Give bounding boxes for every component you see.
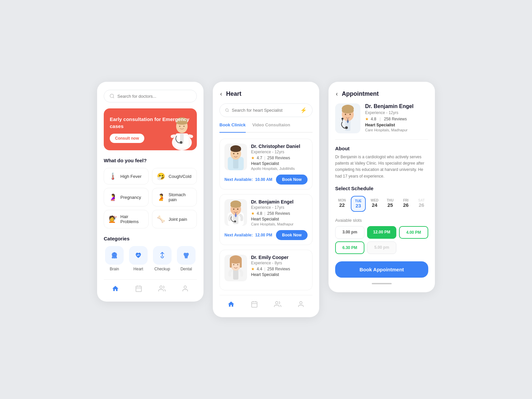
star-icon-1: ★ — [251, 156, 255, 160]
nav2-profile[interactable] — [295, 299, 307, 309]
appt-star-icon: ★ — [365, 117, 369, 121]
svg-point-18 — [160, 286, 162, 288]
slot-1200pm[interactable]: 12.00 PM — [367, 226, 396, 239]
svg-point-44 — [230, 259, 241, 264]
joint-icon: 🦴 — [157, 215, 165, 223]
doctor2-availability: Next Available: 12.00 PM — [224, 233, 272, 237]
search-input[interactable] — [117, 94, 191, 99]
search-icon-2 — [225, 108, 229, 113]
category-brain[interactable]: Brain — [104, 246, 125, 271]
emergency-banner: Early consultation for Emergency cases C… — [104, 108, 197, 150]
about-section: About Dr Benjamin is a cardiologist who … — [335, 146, 428, 180]
screen2-title: Heart — [226, 90, 241, 97]
categories-section-title: Categories — [104, 236, 197, 241]
svg-point-35 — [233, 208, 234, 210]
symptom-hair-problems[interactable]: 💇 Hair Problems — [104, 210, 149, 228]
brain-label: Brain — [110, 267, 119, 271]
nav-calendar[interactable] — [132, 284, 145, 294]
checkup-icon — [158, 251, 167, 260]
svg-point-51 — [276, 302, 278, 304]
svg-point-19 — [184, 286, 186, 288]
symptom-stomach-pain[interactable]: 🫄 Stomach pain — [152, 188, 197, 206]
screen-home: Early consultation for Emergency cases C… — [97, 82, 203, 302]
search-bar[interactable] — [104, 90, 197, 102]
day-mon[interactable]: MON 22 — [335, 196, 349, 212]
stomach-icon: 🫄 — [157, 193, 165, 201]
category-dental[interactable]: Dental — [176, 246, 197, 271]
doctor1-availability: Next Available: 10.00 AM — [224, 177, 272, 182]
tab-book-clinic[interactable]: Book Clinick — [219, 122, 246, 133]
bottom-indicator — [335, 283, 428, 284]
screen3-title: Appointment — [342, 90, 379, 97]
tab-video-consult[interactable]: Video Consultaion — [252, 122, 290, 129]
appt-doctor-figure — [335, 103, 360, 133]
slot-400pm[interactable]: 4.00 PM — [399, 226, 428, 239]
profile-icon-2 — [297, 301, 305, 308]
stomach-label: Stomach pain — [169, 192, 192, 202]
heart-icon-wrap — [129, 246, 148, 265]
specialist-search-input[interactable] — [232, 108, 298, 113]
screen2-header: ‹ Heart — [219, 90, 313, 98]
doctor1-specialty: Heart Specialist — [251, 161, 308, 166]
brain-icon-wrap — [105, 246, 124, 265]
day-tue[interactable]: TUE 23 — [351, 196, 366, 212]
star-icon-3: ★ — [251, 267, 255, 271]
fever-label: High Fever — [120, 174, 142, 179]
symptom-joint-pain[interactable]: 🦴 Joint pain — [152, 210, 197, 228]
symptom-high-fever[interactable]: 🌡️ High Fever — [104, 168, 149, 185]
svg-point-0 — [110, 94, 114, 98]
svg-point-60 — [349, 114, 351, 115]
svg-point-28 — [233, 153, 234, 154]
doctor1-book-button[interactable]: Book Now — [276, 175, 308, 185]
category-checkup[interactable]: Checkup — [152, 246, 173, 271]
doctor2-card-bottom: Next Available: 12.00 PM Book Now — [224, 230, 308, 240]
doctor1-exp: Experience - 12yrs — [251, 150, 308, 154]
schedule-section: Select Schedule MON 22 TUE 23 WED 24 THU… — [335, 186, 428, 254]
day-fri[interactable]: FRI 26 — [399, 196, 413, 212]
doctor2-exp: Experience - 17yrs — [251, 205, 308, 210]
appointment-doctor-card: Dr. Benjamin Engel Experience - 12yrs ★ … — [335, 103, 428, 140]
doctor1-name: Dr. Christopher Daniel — [251, 144, 308, 149]
doctor1-rating: ★ 4.7 | 258 Reviews — [251, 156, 308, 160]
search-icon — [109, 93, 115, 99]
doctor2-name: Dr. Benjamin Engel — [251, 199, 308, 204]
filter-icon[interactable]: ⚡ — [300, 107, 307, 113]
consult-now-button[interactable]: Consult now — [110, 134, 144, 143]
doctor3-figure — [224, 255, 247, 281]
nav2-calendar[interactable] — [248, 299, 261, 309]
symptom-pregnancy[interactable]: 🤰 Pregnancy — [104, 188, 149, 206]
doctor2-rating: ★ 4.8 | 258 Reviews — [251, 211, 308, 216]
doctor1-card-bottom: Next Available: 10.00 AM Book Now — [224, 175, 308, 185]
doctor3-specialty: Heart Specialist — [251, 272, 308, 277]
slot-630pm[interactable]: 6.30 PM — [335, 241, 364, 254]
svg-point-62 — [341, 118, 343, 120]
svg-point-36 — [237, 208, 238, 210]
back-button-3[interactable]: ‹ — [335, 90, 338, 98]
nav2-users[interactable] — [271, 299, 284, 309]
category-heart[interactable]: Heart — [128, 246, 149, 271]
book-appointment-button[interactable]: Book Appointment — [335, 261, 428, 278]
slot-300pm[interactable]: 3.00 pm — [335, 226, 364, 239]
doctor-card-2: Dr. Benjamin Engel Experience - 17yrs ★ … — [219, 194, 313, 245]
nav-home[interactable] — [109, 284, 122, 294]
doctor3-name: Dr. Emily Cooper — [251, 255, 308, 260]
day-thu[interactable]: THU 25 — [383, 196, 397, 212]
svg-point-20 — [226, 109, 228, 111]
cough-label: Cough/Cold — [169, 174, 192, 179]
svg-point-58 — [342, 108, 354, 113]
day-wed[interactable]: WED 24 — [368, 196, 381, 212]
nav-profile[interactable] — [179, 284, 192, 294]
specialist-search-bar[interactable]: ⚡ — [219, 103, 313, 117]
star-icon-2: ★ — [251, 211, 255, 216]
back-button[interactable]: ‹ — [219, 90, 223, 98]
doctor-card-1: Dr. Christopher Daniel Experience - 12yr… — [219, 139, 313, 190]
checkup-label: Checkup — [154, 267, 170, 271]
pregnancy-icon: 🤰 — [109, 193, 117, 201]
appt-doctor-specialty: Heart Specialist — [365, 123, 414, 127]
doctor-card-3: Dr. Emily Cooper Experience - 8yrs ★ 4.4… — [219, 250, 313, 290]
nav-users[interactable] — [156, 284, 168, 294]
svg-point-37 — [234, 220, 236, 222]
nav2-home[interactable] — [225, 299, 237, 309]
symptom-cough-cold[interactable]: 🤧 Cough/Cold — [152, 168, 197, 185]
doctor2-book-button[interactable]: Book Now — [276, 230, 308, 240]
